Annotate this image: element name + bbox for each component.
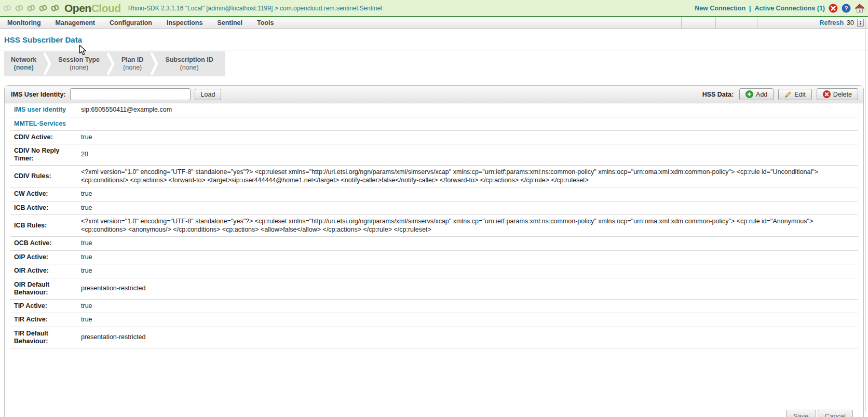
header-actions: New Connection | Active Connections (1) … <box>695 4 865 13</box>
chevron-right-icon <box>43 51 51 76</box>
menubar-empty-cell <box>681 17 715 29</box>
logo-cloud-text: Cloud <box>91 2 121 14</box>
title-bar: HSS Subscriber Data <box>0 29 868 50</box>
row-tip-active[interactable]: TIP Active: true <box>10 300 858 314</box>
menu-item-inspections[interactable]: Inspections <box>159 17 210 29</box>
wizard-step-label: Subscription ID <box>165 56 213 64</box>
app-header: OpenCloud Rhino-SDK 2.3.1.16 "Local" [ad… <box>0 0 868 17</box>
row-oip-active[interactable]: OIP Active: true <box>10 251 858 265</box>
cancel-button[interactable]: Cancel <box>818 410 853 417</box>
row-label: TIP Active: <box>10 302 72 311</box>
edit-button[interactable]: Edit <box>778 89 812 100</box>
chain-link-icon <box>15 5 23 11</box>
panel-toolbar: IMS User Identity: Load HSS Data: Add Ed… <box>5 86 863 103</box>
row-label: OIR Default Behaviour: <box>10 280 72 297</box>
disconnect-icon[interactable] <box>829 4 838 13</box>
add-icon <box>745 90 753 98</box>
menu-item-sentinel[interactable]: Sentinel <box>210 17 250 29</box>
refresh-cell: Refresh 30 ▲▼ <box>757 17 868 29</box>
row-oir-active[interactable]: OIR Active: true <box>10 264 858 278</box>
row-cw-active[interactable]: CW Active: true <box>10 187 858 201</box>
row-value: true <box>72 253 858 262</box>
refresh-link[interactable]: Refresh <box>820 19 844 26</box>
menu-items: MonitoringManagementConfigurationInspect… <box>0 17 281 29</box>
row-value: true <box>72 133 858 142</box>
active-connections-link[interactable]: Active Connections (1) <box>755 5 825 12</box>
row-label: CDIV No Reply Timer: <box>10 146 72 163</box>
refresh-interval-stepper[interactable]: ▲▼ <box>857 19 864 27</box>
right-edge-line <box>865 18 866 411</box>
panel-spacer <box>5 348 863 410</box>
row-label: MMTEL-Services <box>10 119 72 128</box>
row-value: true <box>72 302 858 311</box>
menubar-right: Refresh 30 ▲▼ <box>681 17 868 29</box>
ims-user-identity-input[interactable] <box>70 88 191 100</box>
svg-text:?: ? <box>844 5 848 11</box>
row-value <box>72 123 858 124</box>
menu-item-monitoring[interactable]: Monitoring <box>0 17 48 29</box>
stepper-down-icon: ▼ <box>859 23 862 25</box>
menu-item-tools[interactable]: Tools <box>250 17 281 29</box>
row-label: CW Active: <box>10 190 72 198</box>
menu-item-management[interactable]: Management <box>48 17 102 29</box>
home-icon[interactable] <box>855 4 865 13</box>
chain-link-icon <box>51 5 59 11</box>
add-button[interactable]: Add <box>739 88 774 100</box>
row-cdiv-active[interactable]: CDIV Active: true <box>10 131 858 145</box>
opencloud-logo: OpenCloud <box>64 2 121 15</box>
row-mmtel-services[interactable]: MMTEL-Services <box>10 117 858 131</box>
row-value: presentation-restricted <box>72 284 858 293</box>
wizard-step-label: Session Type <box>58 56 100 64</box>
hss-data-label: HSS Data: <box>702 91 734 98</box>
ims-user-identity-label: IMS User Identity: <box>10 91 66 98</box>
row-value: true <box>72 190 858 199</box>
row-oir-default-behaviour[interactable]: OIR Default Behaviour: presentation-rest… <box>10 278 858 300</box>
main-menubar: MonitoringManagementConfigurationInspect… <box>0 17 868 29</box>
row-tir-active[interactable]: TIR Active: true <box>10 313 858 327</box>
row-cdiv-no-reply-timer[interactable]: CDIV No Reply Timer: 20 <box>10 144 858 166</box>
row-tir-default-behaviour[interactable]: TIR Default Behaviour: presentation-rest… <box>10 327 858 348</box>
row-value: true <box>72 204 858 213</box>
row-cdiv-rules[interactable]: CDIV Rules: <?xml version="1.0" encoding… <box>10 166 858 187</box>
row-label: IMS user identity <box>10 105 72 114</box>
chain-link-icon <box>3 5 11 11</box>
brand-chain-icons <box>3 5 59 11</box>
panel-footer: Save Cancel <box>5 410 863 417</box>
connection-breadcrumb: Rhino-SDK 2.3.1.16 "Local" [admin@localh… <box>128 5 695 12</box>
wizard-step-subscription-id[interactable]: Subscription ID(none) <box>158 51 220 76</box>
wizard-step-value: (none) <box>70 64 88 72</box>
row-label: OIR Active: <box>10 266 72 275</box>
new-connection-link[interactable]: New Connection <box>695 5 745 12</box>
help-icon[interactable]: ? <box>842 4 851 13</box>
wizard-step-network[interactable]: Network(none) <box>4 51 43 76</box>
wizard-step-session-type[interactable]: Session Type(none) <box>51 51 106 76</box>
row-label: OCB Active: <box>10 239 72 248</box>
wizard-step-label: Plan ID <box>121 56 143 64</box>
row-label: OIP Active: <box>10 253 72 262</box>
wizard-step-value: (none) <box>14 64 34 72</box>
row-value: true <box>72 239 858 248</box>
row-icb-active[interactable]: ICB Active: true <box>10 201 858 216</box>
chain-link-icon <box>27 5 35 11</box>
link-separator: | <box>749 5 751 12</box>
row-value: 20 <box>72 150 858 159</box>
load-button[interactable]: Load <box>195 89 222 100</box>
row-ims-user-identity[interactable]: IMS user identity sip:6505550411@example… <box>10 103 858 117</box>
chevron-right-icon <box>106 51 115 76</box>
row-label: ICB Rules: <box>10 221 72 230</box>
delete-button[interactable]: Delete <box>817 88 858 100</box>
row-icb-rules[interactable]: ICB Rules: <?xml version="1.0" encoding=… <box>10 215 858 237</box>
subscriber-table: IMS user identity sip:6505550411@example… <box>5 103 863 348</box>
wizard-step-plan-id[interactable]: Plan ID(none) <box>115 51 150 76</box>
menu-item-configuration[interactable]: Configuration <box>102 17 159 29</box>
row-label: TIR Default Behaviour: <box>10 329 72 346</box>
row-ocb-active[interactable]: OCB Active: true <box>10 237 858 251</box>
menubar-empty-cell <box>715 17 757 29</box>
refresh-interval-value: 30 <box>847 19 854 26</box>
wizard-step-label: Network <box>11 56 36 64</box>
edit-pencil-icon <box>784 91 792 98</box>
save-button[interactable]: Save <box>786 410 816 417</box>
row-label: CDIV Active: <box>10 133 72 142</box>
chain-link-icon <box>39 5 47 11</box>
row-value: true <box>72 266 858 276</box>
